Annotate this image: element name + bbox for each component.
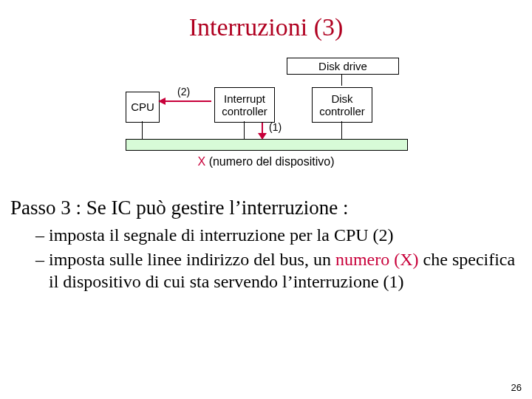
bullet-2-dash: –	[35, 250, 49, 269]
bus-caption-x: X	[198, 155, 209, 168]
bullet-2: – imposta sulle linee indirizzo del bus,…	[35, 248, 516, 293]
interrupt-controller-box: Interrupt controller	[214, 87, 275, 123]
interrupt-controller-line2: controller	[222, 105, 267, 117]
disk-drive-connector	[341, 74, 342, 86]
body-text: Passo 3 : Se IC può gestire l’interruzio…	[0, 191, 532, 293]
disk-drive-label: Disk drive	[287, 58, 399, 75]
cpu-bus-connector	[142, 121, 143, 139]
label-one: (1)	[269, 121, 282, 133]
slide-title: Interruzioni (3)	[0, 0, 532, 41]
disk-controller-line1: Disk	[331, 92, 352, 105]
system-bus	[126, 139, 408, 151]
bullet-1-dash: –	[35, 225, 49, 245]
step-heading: Passo 3 : Se IC può gestire l’interruzio…	[10, 197, 516, 219]
ic-bus-connector	[244, 121, 245, 139]
arrow-ic-to-cpu-head-icon	[158, 98, 166, 105]
cpu-box: CPU	[126, 92, 160, 123]
page-number: 26	[511, 382, 522, 393]
bus-caption: X (numero del dispositivo)	[126, 155, 406, 168]
bullet-2-numero: numero (X)	[335, 250, 419, 269]
interrupt-controller-line1: Interrupt	[224, 92, 265, 105]
bullet-1: – imposta il segnale di interruzione per…	[35, 224, 516, 247]
bullet-2-text-a: imposta sulle linee indirizzo del bus, u…	[49, 250, 335, 269]
bullet-list: – imposta il segnale di interruzione per…	[35, 224, 516, 293]
bullet-1-text: imposta il segnale di interruzione per l…	[49, 225, 394, 245]
bus-caption-rest: (numero del dispositivo)	[209, 155, 335, 168]
disk-controller-box: Disk controller	[312, 87, 372, 123]
disk-controller-line2: controller	[319, 105, 365, 117]
dc-bus-connector	[341, 121, 342, 139]
interrupt-diagram: Disk drive CPU Interrupt controller Disk…	[126, 58, 406, 191]
arrow-ic-to-cpu	[164, 100, 211, 102]
label-two: (2)	[177, 86, 190, 98]
